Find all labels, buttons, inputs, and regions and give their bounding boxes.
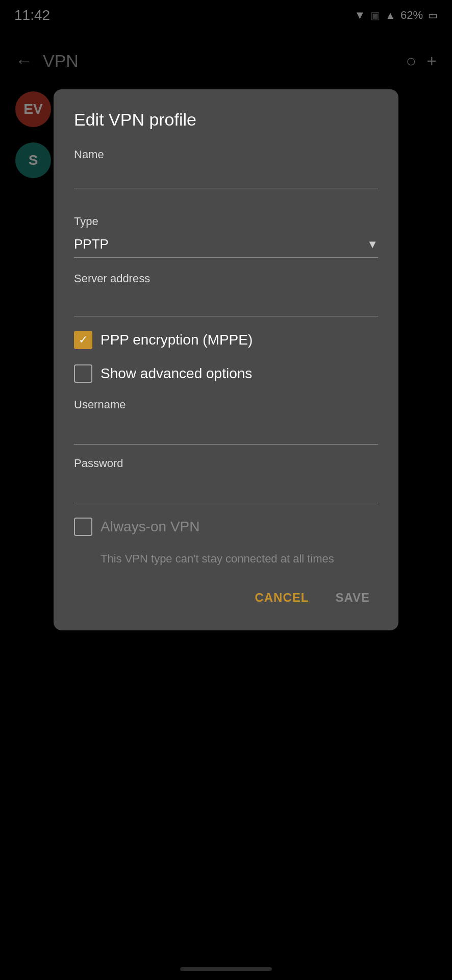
dialog-actions: CANCEL SAVE bbox=[74, 585, 378, 615]
save-button[interactable]: SAVE bbox=[327, 585, 378, 610]
type-value: PPTP bbox=[74, 236, 109, 252]
password-input[interactable] bbox=[74, 478, 378, 503]
chevron-down-icon: ▼ bbox=[367, 238, 378, 251]
username-label: Username bbox=[74, 398, 378, 411]
cancel-button[interactable]: CANCEL bbox=[246, 585, 317, 610]
ppp-encryption-checkbox[interactable]: ✓ bbox=[74, 331, 92, 349]
password-label: Password bbox=[74, 457, 378, 470]
type-label: Type bbox=[74, 215, 378, 228]
type-field-section: Type PPTP ▼ bbox=[74, 215, 378, 258]
dialog-title: Edit VPN profile bbox=[74, 110, 378, 130]
edit-vpn-dialog: Edit VPN profile Name Type PPTP ▼ Server… bbox=[54, 89, 398, 630]
always-on-checkbox[interactable] bbox=[74, 518, 92, 536]
server-address-section: Server address bbox=[74, 272, 378, 316]
password-section: Password bbox=[74, 457, 378, 503]
username-input[interactable] bbox=[74, 420, 378, 445]
name-field-section: Name bbox=[74, 148, 378, 203]
always-on-row: Always-on VPN bbox=[74, 518, 378, 536]
type-dropdown[interactable]: PPTP ▼ bbox=[74, 232, 378, 258]
show-advanced-checkbox[interactable] bbox=[74, 364, 92, 383]
show-advanced-label: Show advanced options bbox=[101, 365, 252, 382]
checkmark-icon: ✓ bbox=[79, 333, 88, 347]
always-on-note: This VPN type can't stay connected at al… bbox=[101, 551, 378, 567]
username-section: Username bbox=[74, 398, 378, 445]
show-advanced-row: Show advanced options bbox=[74, 364, 378, 383]
name-input[interactable] bbox=[74, 165, 378, 188]
server-address-input[interactable] bbox=[74, 289, 378, 316]
always-on-label: Always-on VPN bbox=[101, 519, 200, 535]
server-address-label: Server address bbox=[74, 272, 378, 285]
name-label: Name bbox=[74, 148, 378, 161]
ppp-encryption-label: PPP encryption (MPPE) bbox=[101, 332, 253, 348]
ppp-encryption-row: ✓ PPP encryption (MPPE) bbox=[74, 331, 378, 349]
